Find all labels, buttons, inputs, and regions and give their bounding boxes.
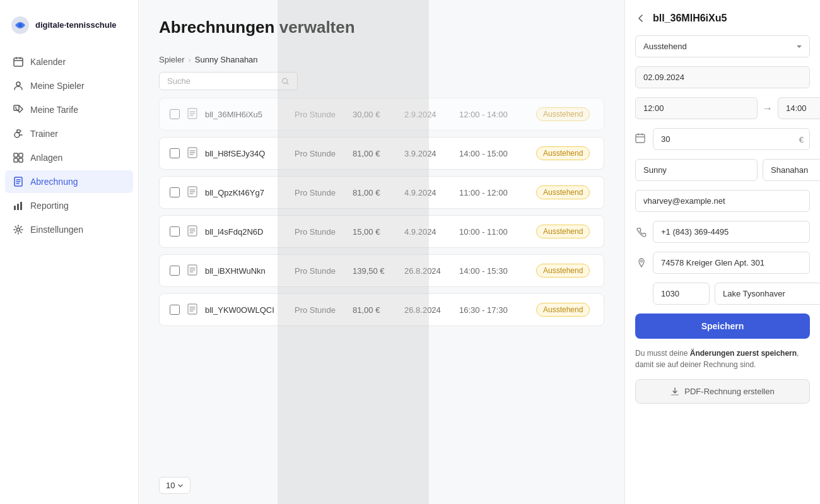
city-input[interactable] — [715, 283, 820, 305]
date-input[interactable] — [635, 66, 810, 88]
svg-point-24 — [641, 260, 643, 262]
address-row — [635, 252, 810, 274]
first-name-input[interactable] — [635, 159, 758, 181]
sidebar-item-reporting[interactable]: Reporting — [5, 194, 133, 217]
pdf-button[interactable]: PDF-Rechnung erstellen — [635, 379, 810, 404]
last-name-input[interactable] — [763, 159, 820, 181]
svg-point-1 — [18, 23, 22, 27]
svg-point-6 — [15, 132, 20, 138]
calendar-small-icon — [635, 133, 648, 145]
svg-rect-10 — [19, 158, 23, 162]
sidebar-item-kalender[interactable]: Kalender — [5, 50, 133, 73]
panel-header: bll_36MlH6iXu5 — [635, 13, 810, 24]
grid-icon — [13, 152, 24, 163]
row-type: Pro Stunde — [295, 188, 345, 197]
page-title: Abrechnungen verwalten — [159, 18, 604, 37]
zip-input[interactable] — [653, 283, 710, 305]
search-icon — [281, 77, 290, 86]
sidebar-item-abrechnung[interactable]: Abrechnung — [5, 170, 133, 193]
gear-icon — [13, 224, 24, 235]
billing-row[interactable]: bll_YKW0OWLQCI Pro Stunde 81,00 € 26.8.2… — [159, 293, 604, 326]
row-amount: 30,00 € — [353, 110, 397, 119]
billing-table: bll_36MlH6iXu5 Pro Stunde 30,00 € 2.9.20… — [139, 98, 624, 467]
row-checkbox[interactable] — [170, 109, 180, 119]
search-box[interactable] — [159, 72, 298, 90]
document-icon — [187, 303, 197, 317]
billing-row[interactable]: bll_H8fSEJy34Q Pro Stunde 81,00 € 3.9.20… — [159, 137, 604, 170]
row-date: 4.9.2024 — [404, 188, 452, 197]
sidebar-item-meine-spieler[interactable]: Meine Spieler — [5, 74, 133, 97]
status-badge: Ausstehend — [536, 264, 590, 278]
row-checkbox[interactable] — [170, 266, 180, 276]
breadcrumb-current: Sunny Shanahan — [195, 55, 258, 64]
sidebar-nav: Kalender Meine Spieler Meine Tarife Trai… — [0, 50, 138, 241]
sidebar-item-anlagen[interactable]: Anlagen — [5, 146, 133, 169]
breadcrumb-parent[interactable]: Spieler — [159, 55, 184, 64]
row-time: 14:00 - 15:30 — [459, 266, 529, 276]
time-arrow-icon: → — [763, 103, 773, 114]
currency-symbol: € — [799, 134, 804, 144]
billing-row[interactable]: bll_iBXHtWuNkn Pro Stunde 139,50 € 26.8.… — [159, 254, 604, 287]
time-from-input[interactable] — [635, 97, 758, 119]
svg-rect-8 — [19, 153, 23, 157]
person-icon — [13, 80, 24, 91]
row-type: Pro Stunde — [295, 110, 345, 119]
status-badge: Ausstehend — [536, 146, 590, 160]
billing-row[interactable]: bll_36MlH6iXu5 Pro Stunde 30,00 € 2.9.20… — [159, 98, 604, 131]
row-id: bll_l4sFdq2N6D — [205, 227, 287, 237]
row-id: bll_YKW0OWLQCI — [205, 305, 287, 315]
row-checkbox[interactable] — [170, 305, 180, 315]
time-to-input[interactable] — [778, 97, 820, 119]
row-date: 26.8.2024 — [404, 305, 452, 315]
calendar-icon — [13, 56, 24, 67]
sidebar-label-meine-tarife: Meine Tarife — [30, 105, 78, 115]
amount-input[interactable] — [653, 128, 810, 150]
row-time: 10:00 - 11:00 — [459, 227, 529, 237]
status-badge: Ausstehend — [536, 107, 590, 121]
phone-input[interactable] — [653, 221, 810, 243]
status-select[interactable]: Ausstehend Bezahlt Storniert — [635, 35, 810, 57]
sidebar-label-reporting: Reporting — [30, 201, 69, 211]
svg-rect-13 — [17, 204, 19, 210]
sidebar-label-einstellungen: Einstellungen — [30, 225, 83, 235]
row-date: 26.8.2024 — [404, 266, 452, 276]
phone-icon — [635, 227, 648, 237]
svg-rect-23 — [636, 134, 645, 143]
row-id: bll_36MlH6iXu5 — [205, 110, 287, 119]
row-checkbox[interactable] — [170, 148, 180, 158]
pagination-bar: 10 — [139, 467, 624, 504]
document-icon — [187, 108, 197, 121]
main-content: Abrechnungen verwalten Spieler › Sunny S… — [139, 0, 624, 504]
document-icon — [187, 147, 197, 160]
email-input[interactable] — [635, 190, 810, 212]
svg-rect-9 — [14, 158, 18, 162]
per-page-value: 10 — [166, 481, 175, 490]
chart-icon — [13, 200, 24, 211]
main-toolbar — [139, 64, 624, 98]
whistle-icon — [13, 128, 24, 139]
row-checkbox[interactable] — [170, 187, 180, 197]
back-button[interactable] — [635, 13, 647, 24]
svg-point-15 — [17, 228, 20, 231]
sidebar-label-kalender: Kalender — [30, 57, 66, 67]
row-time: 14:00 - 15:00 — [459, 149, 529, 158]
address-input[interactable] — [653, 252, 810, 274]
logo-text: digitale·tennisschule — [35, 20, 117, 30]
row-type: Pro Stunde — [295, 149, 345, 158]
row-time: 12:00 - 14:00 — [459, 110, 529, 119]
row-checkbox[interactable] — [170, 226, 180, 237]
sidebar-item-einstellungen[interactable]: Einstellungen — [5, 218, 133, 241]
name-row — [635, 159, 810, 181]
per-page-select[interactable]: 10 — [159, 477, 190, 494]
search-input[interactable] — [167, 76, 276, 86]
location-icon — [635, 258, 648, 268]
save-button[interactable]: Speichern — [635, 314, 810, 339]
sidebar-item-meine-tarife[interactable]: Meine Tarife — [5, 98, 133, 121]
row-id: bll_H8fSEJy34Q — [205, 149, 287, 158]
download-icon — [671, 387, 679, 396]
billing-row[interactable]: bll_QpzKt46Yg7 Pro Stunde 81,00 € 4.9.20… — [159, 176, 604, 209]
svg-rect-2 — [14, 58, 23, 66]
time-row: → — [635, 97, 810, 119]
sidebar-item-trainer[interactable]: Trainer — [5, 122, 133, 145]
billing-row[interactable]: bll_l4sFdq2N6D Pro Stunde 15,00 € 4.9.20… — [159, 215, 604, 248]
